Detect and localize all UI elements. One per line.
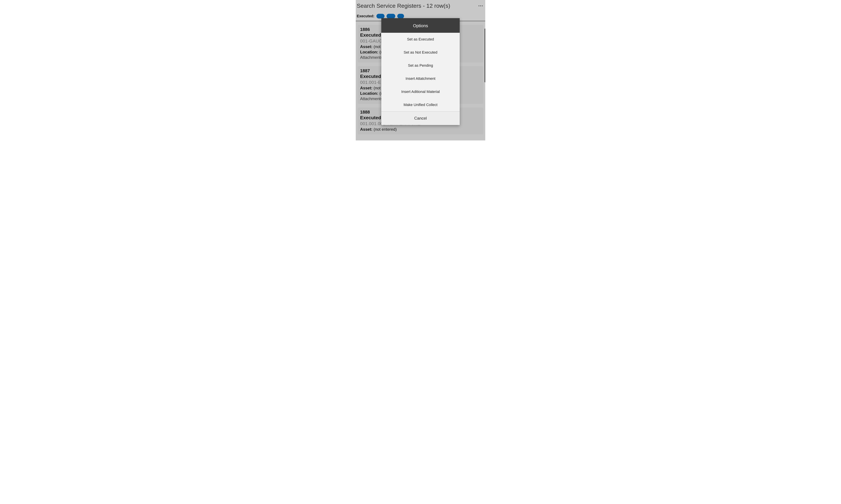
scrollbar[interactable] [485,29,485,82]
card-asset-value: (not entered) [372,127,397,131]
card-location-label: Location: [360,91,378,95]
option-make-unified-collect[interactable]: Make Unified Collect [381,98,460,111]
filter-pill-1[interactable] [376,14,384,18]
page-title: Search Service Registers - 12 row(s) [357,2,450,9]
filter-pill-3[interactable] [397,14,404,18]
options-modal: Options Set as Executed Set as Not Execu… [381,18,460,125]
option-set-not-executed[interactable]: Set as Not Executed [381,46,460,59]
modal-title: Options [381,18,460,33]
cancel-button[interactable]: Cancel [381,111,460,125]
card-asset-row: Asset: (not entered) [360,127,481,132]
option-insert-attachment[interactable]: Insert Attatchment [381,72,460,85]
more-icon[interactable]: ··· [478,3,483,8]
card-asset-label: Asset: [360,44,372,49]
card-asset-label: Asset: [360,86,372,90]
option-insert-additional-material[interactable]: Insert Aditional Material [381,85,460,98]
filter-label: Executed: [357,14,374,18]
filter-pill-2[interactable] [387,14,395,18]
card-asset-label: Asset: [360,127,372,131]
card-location-label: Location: [360,50,378,54]
app-frame: Search Service Registers - 12 row(s) ···… [356,0,485,141]
page-header: Search Service Registers - 12 row(s) ··· [356,0,485,13]
option-set-pending[interactable]: Set as Pending [381,59,460,72]
option-set-executed[interactable]: Set as Executed [381,33,460,46]
